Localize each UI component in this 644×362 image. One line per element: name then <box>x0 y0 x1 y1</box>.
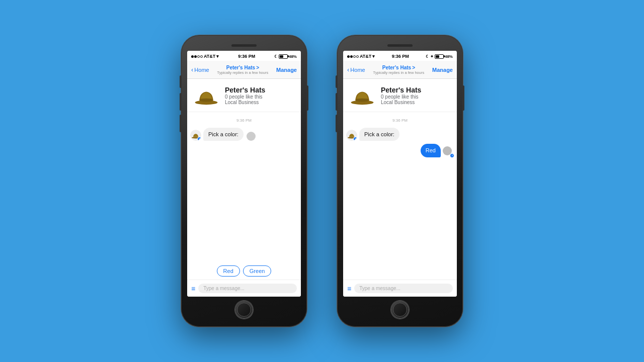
chevron-left-icon-2: ‹ <box>347 66 349 73</box>
check-icon-1: f <box>199 138 200 141</box>
nav-title-2: Peter's Hats > <box>382 65 415 70</box>
message-input-1[interactable]: Type a message... <box>198 284 297 293</box>
svg-point-6 <box>355 98 368 101</box>
back-button-2[interactable]: ‹ Home <box>347 66 365 73</box>
user-check-icon-2: ✓ <box>451 154 453 157</box>
status-left-2: AT&T ▾ <box>347 54 375 59</box>
hat-image-1 <box>192 84 220 107</box>
user-bubble-2: Red <box>421 144 441 157</box>
hat-image-2 <box>348 84 376 107</box>
page-header-1: Peter's Hats 0 people like this Local Bu… <box>187 79 301 112</box>
signal-dot-2-1 <box>347 55 350 58</box>
bot-message-row-1: f Pick a color: <box>190 128 298 141</box>
speaker-2 <box>387 44 413 47</box>
battery-icon-2 <box>435 54 444 59</box>
menu-icon-2[interactable]: ≡ <box>347 285 351 293</box>
status-bar-2: AT&T ▾ 9:36 PM ☾ ✦ 48% <box>343 51 457 61</box>
nav-center-2: Peter's Hats > Typically replies in a fe… <box>365 65 432 75</box>
nav-title-1: Peter's Hats > <box>226 65 259 70</box>
chevron-left-icon: ‹ <box>191 66 193 73</box>
carrier-label-2: AT&T <box>360 54 371 59</box>
message-bar-2: ≡ Type a message... <box>343 280 457 297</box>
timestamp-1: 9:36 PM <box>190 118 298 123</box>
page-info-2: Peter's Hats 0 people like this Local Bu… <box>381 86 421 105</box>
time-label: 9:36 PM <box>238 54 255 59</box>
battery-fill <box>280 55 283 58</box>
moon-icon-2: ☾ <box>426 54 429 59</box>
quick-reply-green-1[interactable]: Green <box>243 265 272 277</box>
nav-bar-1: ‹ Home Peter's Hats > Typically replies … <box>187 61 301 79</box>
screen-2: AT&T ▾ 9:36 PM ☾ ✦ 48% ‹ Home Peter's Ha <box>343 51 457 297</box>
user-badge-2: ✓ <box>450 153 454 158</box>
volume-up-button <box>180 93 181 111</box>
status-right-2: ☾ ✦ 48% <box>426 54 453 59</box>
signal-dot-2-4 <box>356 55 359 58</box>
screen-1: AT&T ▾ 9:36 PM ☾ 48% ‹ Home Peter's Hats <box>187 51 301 297</box>
volume-down-button <box>180 115 181 132</box>
bluetooth-icon-2: ✦ <box>430 54 434 59</box>
signal-dots <box>191 55 203 58</box>
page-header-2: Peter's Hats 0 people like this Local Bu… <box>343 79 457 112</box>
signal-dot-2-2 <box>350 55 353 58</box>
signal-dot-4 <box>200 55 203 58</box>
user-message-row-2: Red ✓ <box>346 144 454 157</box>
home-button-inner-2 <box>393 303 407 317</box>
phone-bottom-1 <box>235 297 253 321</box>
page-info-1: Peter's Hats 0 people like this Local Bu… <box>225 86 265 105</box>
phone-1: AT&T ▾ 9:36 PM ☾ 48% ‹ Home Peter's Hats <box>181 35 307 327</box>
bot-bubble-2: Pick a color: <box>359 128 399 141</box>
page-name-1: Peter's Hats <box>225 86 265 94</box>
chat-area-1: 9:36 PM f Pick a color: <box>187 112 301 262</box>
back-label-1: Home <box>194 67 209 73</box>
bot-bubble-1: Pick a color: <box>203 128 244 141</box>
volume-down-button-2 <box>336 115 337 132</box>
battery-label: 48% <box>289 54 297 59</box>
signal-dots-2 <box>347 55 359 58</box>
page-category-1: Local Business <box>225 100 265 105</box>
phone-2: AT&T ▾ 9:36 PM ☾ ✦ 48% ‹ Home Peter's Ha <box>337 35 463 327</box>
phone-bottom-2 <box>391 297 409 321</box>
signal-dot-1 <box>191 55 194 58</box>
mute-button-2 <box>336 75 337 88</box>
phone-top-2 <box>343 41 457 51</box>
home-button-2[interactable] <box>391 301 409 319</box>
home-button-1[interactable] <box>235 301 253 319</box>
battery-icon <box>279 54 288 59</box>
battery-fill-2 <box>436 55 439 58</box>
timestamp-2: 9:36 PM <box>346 118 454 123</box>
power-button <box>307 85 308 111</box>
power-button-2 <box>463 85 464 111</box>
battery-label-2: 48% <box>445 54 453 59</box>
mute-button <box>180 75 181 88</box>
quick-reply-red-1[interactable]: Red <box>217 265 240 277</box>
message-input-2[interactable]: Type a message... <box>354 284 453 293</box>
signal-dot-2-3 <box>353 55 356 58</box>
user-avatar-2: ✓ <box>443 146 454 157</box>
bot-badge-2: f <box>353 137 357 141</box>
moon-icon: ☾ <box>274 54 278 59</box>
chat-area-2: 9:36 PM f Pick a color: <box>343 112 457 280</box>
back-label-2: Home <box>350 67 365 73</box>
page-likes-2: 0 people like this <box>381 94 421 100</box>
page-category-2: Local Business <box>381 100 421 105</box>
carrier-label: AT&T <box>204 54 215 59</box>
page-likes-1: 0 people like this <box>225 94 265 100</box>
nav-center-1: Peter's Hats > Typically replies in a fe… <box>209 65 276 75</box>
bot-avatar-2: f <box>346 130 357 141</box>
time-label-2: 9:36 PM <box>392 54 409 59</box>
page-name-2: Peter's Hats <box>381 86 421 94</box>
nav-subtitle-1: Typically replies in a few hours <box>217 70 269 75</box>
volume-up-button-2 <box>336 93 337 111</box>
svg-point-2 <box>199 98 212 101</box>
manage-button-2[interactable]: Manage <box>432 67 453 73</box>
back-button-1[interactable]: ‹ Home <box>191 66 209 73</box>
manage-button-1[interactable]: Manage <box>276 67 297 73</box>
phone-top <box>187 41 301 51</box>
check-icon-2: f <box>355 138 356 141</box>
home-button-inner-1 <box>237 303 251 317</box>
speaker <box>231 44 257 47</box>
menu-icon-1[interactable]: ≡ <box>191 285 195 293</box>
bot-badge-1: f <box>197 137 201 141</box>
quick-replies-1: Red Green <box>187 262 301 280</box>
nav-subtitle-2: Typically replies in a few hours <box>373 70 425 75</box>
